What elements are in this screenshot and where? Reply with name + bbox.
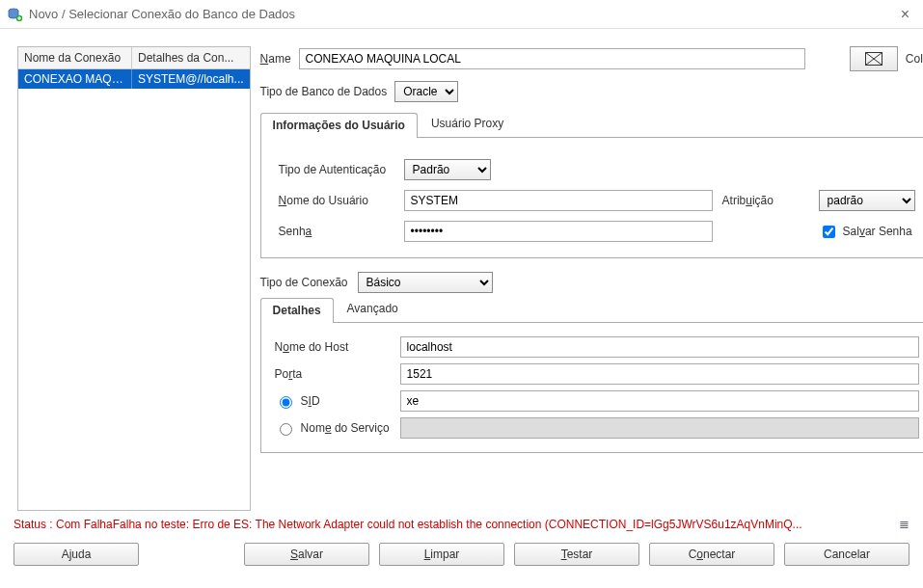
connection-row[interactable]: CONEXAO MAQU... SYSTEM@//localh... bbox=[18, 69, 250, 89]
cancel-button[interactable]: Cancelar bbox=[784, 543, 909, 566]
service-radio[interactable] bbox=[280, 423, 292, 436]
service-field bbox=[400, 417, 919, 439]
password-field[interactable] bbox=[404, 221, 713, 242]
test-button[interactable]: Testar bbox=[514, 543, 639, 566]
tab-details[interactable]: Detalhes bbox=[260, 298, 334, 323]
port-label: Porta bbox=[275, 367, 400, 381]
role-select[interactable]: padrão bbox=[819, 190, 915, 211]
clear-button[interactable]: Limpar bbox=[379, 543, 504, 566]
connection-row-details: SYSTEM@//localh... bbox=[132, 69, 250, 89]
tab-proxy-user[interactable]: Usuário Proxy bbox=[420, 112, 515, 137]
status-text: Status : Com FalhaFalha no teste: Erro d… bbox=[14, 518, 802, 531]
host-label: Nome do Host bbox=[275, 340, 400, 354]
window-title: Novo / Selecionar Conexão do Banco de Da… bbox=[29, 7, 295, 21]
details-tabs: Detalhes Avançado bbox=[260, 297, 923, 323]
user-tabs: Informações do Usuário Usuário Proxy bbox=[260, 112, 923, 138]
role-label: Atribuição bbox=[722, 194, 809, 207]
details-tab-body: Nome do Host Porta SID Nome do Serviço bbox=[260, 323, 923, 453]
sid-label: SID bbox=[301, 394, 320, 408]
close-icon[interactable]: × bbox=[895, 6, 915, 23]
password-label: Senha bbox=[279, 225, 394, 238]
name-label: Name bbox=[260, 52, 291, 66]
port-field[interactable] bbox=[400, 363, 919, 385]
sid-field[interactable] bbox=[400, 390, 919, 412]
name-field[interactable] bbox=[299, 48, 805, 69]
col-connection-details[interactable]: Detalhes da Con... bbox=[132, 47, 250, 68]
titlebar: Novo / Selecionar Conexão do Banco de Da… bbox=[0, 0, 923, 29]
conn-type-select[interactable]: Básico bbox=[358, 272, 493, 293]
dbtype-label: Tipo de Banco de Dados bbox=[260, 85, 388, 98]
connection-list: Nome da Conexão Detalhes da Con... CONEX… bbox=[17, 46, 251, 511]
connection-row-name: CONEXAO MAQU... bbox=[18, 69, 132, 89]
save-button[interactable]: Salvar bbox=[244, 543, 369, 566]
user-tab-body: Tipo de Autenticação Padrão Nome do Usuá… bbox=[260, 138, 923, 258]
button-bar: Ajuda Salvar Limpar Testar Conectar Canc… bbox=[0, 533, 923, 579]
tab-advanced[interactable]: Avançado bbox=[336, 297, 410, 322]
connection-list-header: Nome da Conexão Detalhes da Con... bbox=[18, 47, 250, 69]
status-bar: Status : Com FalhaFalha no teste: Erro d… bbox=[0, 511, 923, 533]
right-panel: Name Color Tipo de Banco de Dados Oracle… bbox=[251, 46, 923, 511]
color-button[interactable] bbox=[850, 46, 898, 71]
tab-user-info[interactable]: Informações do Usuário bbox=[260, 113, 418, 138]
status-details-icon[interactable]: ≣ bbox=[899, 517, 909, 531]
username-label: Nome do Usuário bbox=[279, 194, 394, 207]
help-button[interactable]: Ajuda bbox=[14, 543, 139, 566]
conn-type-label: Tipo de Conexão bbox=[260, 276, 348, 289]
db-add-icon bbox=[8, 7, 23, 22]
save-password-checkbox[interactable] bbox=[823, 226, 835, 238]
save-password-label: Salvar Senha bbox=[843, 225, 912, 238]
username-field[interactable] bbox=[404, 190, 713, 211]
connect-button[interactable]: Conectar bbox=[649, 543, 774, 566]
color-swatch-icon bbox=[865, 52, 882, 66]
auth-select[interactable]: Padrão bbox=[404, 159, 491, 180]
dbtype-select[interactable]: Oracle bbox=[394, 81, 458, 102]
service-label: Nome do Serviço bbox=[301, 421, 390, 435]
col-connection-name[interactable]: Nome da Conexão bbox=[18, 47, 132, 68]
color-label: Color bbox=[906, 52, 923, 66]
sid-radio[interactable] bbox=[280, 396, 292, 409]
auth-label: Tipo de Autenticação bbox=[279, 163, 394, 176]
host-field[interactable] bbox=[400, 336, 919, 358]
